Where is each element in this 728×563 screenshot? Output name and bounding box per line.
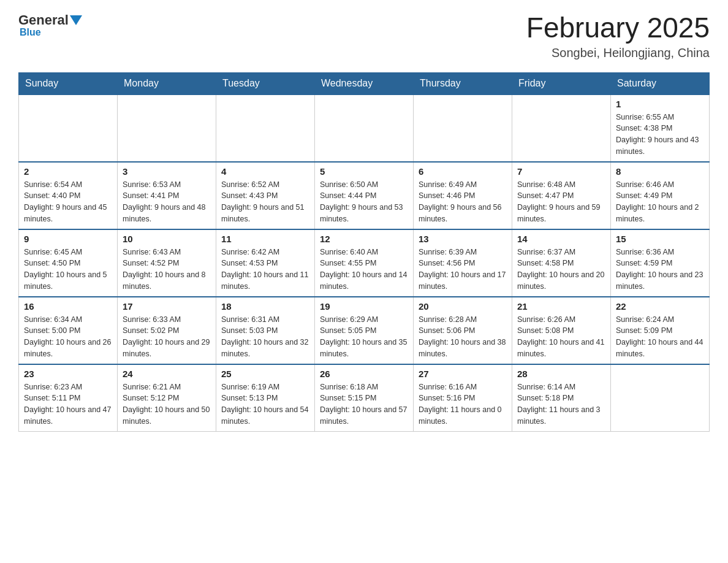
logo-text: General: [18, 12, 83, 28]
day-number: 10: [123, 234, 211, 244]
day-info: Sunrise: 6:50 AM Sunset: 4:44 PM Dayligh…: [320, 179, 408, 225]
calendar-cell: 25Sunrise: 6:19 AM Sunset: 5:13 PM Dayli…: [216, 364, 315, 432]
calendar-header-saturday: Saturday: [611, 72, 710, 94]
day-number: 22: [616, 301, 704, 312]
calendar-cell: [19, 94, 118, 162]
calendar-cell: 5Sunrise: 6:50 AM Sunset: 4:44 PM Daylig…: [315, 162, 414, 229]
day-info: Sunrise: 6:45 AM Sunset: 4:50 PM Dayligh…: [24, 247, 112, 293]
calendar-cell: [611, 364, 710, 432]
day-info: Sunrise: 6:23 AM Sunset: 5:11 PM Dayligh…: [24, 381, 112, 427]
calendar-cell: 11Sunrise: 6:42 AM Sunset: 4:53 PM Dayli…: [216, 229, 315, 297]
day-info: Sunrise: 6:54 AM Sunset: 4:40 PM Dayligh…: [24, 179, 112, 225]
day-number: 27: [419, 369, 507, 379]
day-info: Sunrise: 6:53 AM Sunset: 4:41 PM Dayligh…: [123, 179, 211, 225]
day-number: 1: [616, 99, 704, 109]
calendar-table: SundayMondayTuesdayWednesdayThursdayFrid…: [18, 72, 710, 432]
day-info: Sunrise: 6:21 AM Sunset: 5:12 PM Dayligh…: [123, 381, 211, 427]
day-info: Sunrise: 6:48 AM Sunset: 4:47 PM Dayligh…: [517, 179, 605, 225]
day-info: Sunrise: 6:43 AM Sunset: 4:52 PM Dayligh…: [123, 247, 211, 293]
calendar-cell: 2Sunrise: 6:54 AM Sunset: 4:40 PM Daylig…: [19, 162, 118, 229]
calendar-header-wednesday: Wednesday: [315, 72, 414, 94]
calendar-cell: [118, 94, 216, 162]
day-number: 23: [24, 369, 112, 379]
month-title: February 2025: [526, 12, 710, 44]
day-number: 8: [616, 166, 704, 177]
logo: General Blue: [18, 12, 83, 38]
page-header: General Blue February 2025 Songbei, Heil…: [18, 12, 710, 60]
calendar-cell: 12Sunrise: 6:40 AM Sunset: 4:55 PM Dayli…: [315, 229, 414, 297]
calendar-header-thursday: Thursday: [414, 72, 512, 94]
week-row-5: 23Sunrise: 6:23 AM Sunset: 5:11 PM Dayli…: [19, 364, 710, 432]
week-row-1: 1Sunrise: 6:55 AM Sunset: 4:38 PM Daylig…: [19, 94, 710, 162]
day-number: 2: [24, 166, 112, 177]
calendar-cell: 1Sunrise: 6:55 AM Sunset: 4:38 PM Daylig…: [611, 94, 710, 162]
calendar-cell: 4Sunrise: 6:52 AM Sunset: 4:43 PM Daylig…: [216, 162, 315, 229]
day-info: Sunrise: 6:29 AM Sunset: 5:05 PM Dayligh…: [320, 314, 408, 360]
calendar-header-sunday: Sunday: [19, 72, 118, 94]
day-info: Sunrise: 6:42 AM Sunset: 4:53 PM Dayligh…: [221, 247, 309, 293]
calendar-cell: [414, 94, 512, 162]
calendar-cell: 23Sunrise: 6:23 AM Sunset: 5:11 PM Dayli…: [19, 364, 118, 432]
calendar-cell: 9Sunrise: 6:45 AM Sunset: 4:50 PM Daylig…: [19, 229, 118, 297]
day-number: 18: [221, 301, 309, 312]
day-info: Sunrise: 6:40 AM Sunset: 4:55 PM Dayligh…: [320, 247, 408, 293]
calendar-cell: 21Sunrise: 6:26 AM Sunset: 5:08 PM Dayli…: [512, 297, 611, 364]
day-info: Sunrise: 6:31 AM Sunset: 5:03 PM Dayligh…: [221, 314, 309, 360]
week-row-4: 16Sunrise: 6:34 AM Sunset: 5:00 PM Dayli…: [19, 297, 710, 364]
logo-triangle-icon: [70, 15, 82, 25]
day-number: 21: [517, 301, 605, 312]
calendar-cell: 20Sunrise: 6:28 AM Sunset: 5:06 PM Dayli…: [414, 297, 512, 364]
day-info: Sunrise: 6:24 AM Sunset: 5:09 PM Dayligh…: [616, 314, 704, 360]
day-info: Sunrise: 6:28 AM Sunset: 5:06 PM Dayligh…: [419, 314, 507, 360]
day-number: 7: [517, 166, 605, 177]
day-number: 12: [320, 234, 408, 244]
title-block: February 2025 Songbei, Heilongjiang, Chi…: [526, 12, 710, 60]
calendar-cell: 3Sunrise: 6:53 AM Sunset: 4:41 PM Daylig…: [118, 162, 216, 229]
location-title: Songbei, Heilongjiang, China: [526, 46, 710, 60]
logo-blue: Blue: [20, 27, 41, 38]
calendar-header-tuesday: Tuesday: [216, 72, 315, 94]
calendar-cell: 26Sunrise: 6:18 AM Sunset: 5:15 PM Dayli…: [315, 364, 414, 432]
day-info: Sunrise: 6:37 AM Sunset: 4:58 PM Dayligh…: [517, 247, 605, 293]
day-info: Sunrise: 6:26 AM Sunset: 5:08 PM Dayligh…: [517, 314, 605, 360]
calendar-cell: 7Sunrise: 6:48 AM Sunset: 4:47 PM Daylig…: [512, 162, 611, 229]
day-info: Sunrise: 6:16 AM Sunset: 5:16 PM Dayligh…: [419, 381, 507, 427]
day-info: Sunrise: 6:52 AM Sunset: 4:43 PM Dayligh…: [221, 179, 309, 225]
calendar-header-row: SundayMondayTuesdayWednesdayThursdayFrid…: [19, 72, 710, 94]
day-info: Sunrise: 6:18 AM Sunset: 5:15 PM Dayligh…: [320, 381, 408, 427]
calendar-cell: 16Sunrise: 6:34 AM Sunset: 5:00 PM Dayli…: [19, 297, 118, 364]
day-number: 19: [320, 301, 408, 312]
calendar-cell: 8Sunrise: 6:46 AM Sunset: 4:49 PM Daylig…: [611, 162, 710, 229]
calendar-cell: [216, 94, 315, 162]
day-number: 5: [320, 166, 408, 177]
day-info: Sunrise: 6:46 AM Sunset: 4:49 PM Dayligh…: [616, 179, 704, 225]
day-number: 17: [123, 301, 211, 312]
calendar-cell: 22Sunrise: 6:24 AM Sunset: 5:09 PM Dayli…: [611, 297, 710, 364]
calendar-cell: [315, 94, 414, 162]
day-number: 24: [123, 369, 211, 379]
calendar-header-monday: Monday: [118, 72, 216, 94]
logo-general: General: [18, 12, 69, 28]
week-row-3: 9Sunrise: 6:45 AM Sunset: 4:50 PM Daylig…: [19, 229, 710, 297]
day-number: 28: [517, 369, 605, 379]
day-number: 9: [24, 234, 112, 244]
day-info: Sunrise: 6:39 AM Sunset: 4:56 PM Dayligh…: [419, 247, 507, 293]
day-info: Sunrise: 6:49 AM Sunset: 4:46 PM Dayligh…: [419, 179, 507, 225]
day-info: Sunrise: 6:33 AM Sunset: 5:02 PM Dayligh…: [123, 314, 211, 360]
day-number: 3: [123, 166, 211, 177]
calendar-cell: 15Sunrise: 6:36 AM Sunset: 4:59 PM Dayli…: [611, 229, 710, 297]
day-number: 15: [616, 234, 704, 244]
calendar-cell: [512, 94, 611, 162]
day-number: 14: [517, 234, 605, 244]
calendar-cell: 28Sunrise: 6:14 AM Sunset: 5:18 PM Dayli…: [512, 364, 611, 432]
day-number: 13: [419, 234, 507, 244]
calendar-cell: 19Sunrise: 6:29 AM Sunset: 5:05 PM Dayli…: [315, 297, 414, 364]
day-number: 16: [24, 301, 112, 312]
day-info: Sunrise: 6:19 AM Sunset: 5:13 PM Dayligh…: [221, 381, 309, 427]
calendar-cell: 6Sunrise: 6:49 AM Sunset: 4:46 PM Daylig…: [414, 162, 512, 229]
calendar-cell: 10Sunrise: 6:43 AM Sunset: 4:52 PM Dayli…: [118, 229, 216, 297]
calendar-cell: 14Sunrise: 6:37 AM Sunset: 4:58 PM Dayli…: [512, 229, 611, 297]
calendar-cell: 17Sunrise: 6:33 AM Sunset: 5:02 PM Dayli…: [118, 297, 216, 364]
day-info: Sunrise: 6:55 AM Sunset: 4:38 PM Dayligh…: [616, 112, 704, 158]
calendar-cell: 13Sunrise: 6:39 AM Sunset: 4:56 PM Dayli…: [414, 229, 512, 297]
